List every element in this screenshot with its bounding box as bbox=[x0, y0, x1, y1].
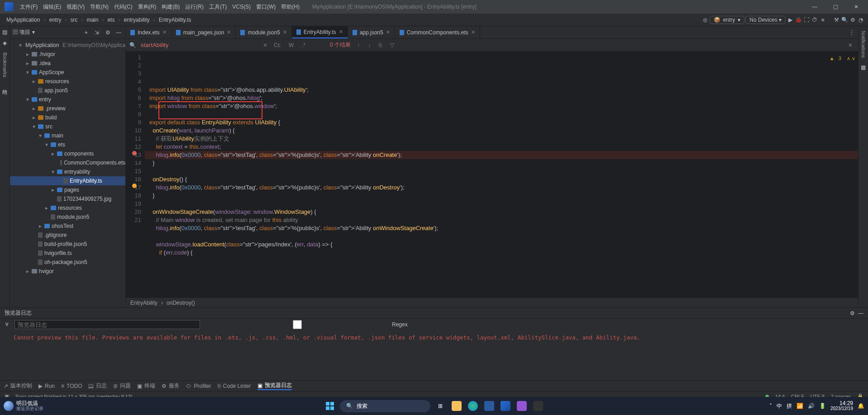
regex-toggle[interactable]: .* bbox=[300, 42, 307, 48]
taskbar-search[interactable]: 🔍 搜索 bbox=[340, 400, 430, 412]
clock[interactable]: 14:29 2023/12/19 bbox=[830, 401, 853, 411]
tree-settings-icon[interactable]: ⚙ bbox=[104, 29, 112, 36]
menu-item[interactable]: 代码(C) bbox=[111, 2, 135, 12]
tool-tab[interactable]: ▣预览器日志 bbox=[258, 382, 292, 390]
device-selector[interactable]: No Devices ▾ bbox=[745, 16, 786, 24]
project-view-selector[interactable]: ▤ 项目 ▾ bbox=[13, 28, 35, 36]
system-tray[interactable]: ˄ 中 拼 📶 🔊 🔋 14:29 2023/12/19 🔔 bbox=[769, 401, 864, 411]
previewer-icon[interactable]: ▦ bbox=[861, 64, 866, 71]
editor-tab[interactable]: CommonComponents.ets✕ bbox=[395, 26, 480, 38]
minimize-button[interactable]: — bbox=[805, 1, 825, 13]
tree-folder[interactable]: ▾entry bbox=[10, 95, 125, 104]
panel-hide-icon[interactable]: — bbox=[858, 310, 863, 316]
task-view-icon[interactable]: ⊞ bbox=[434, 400, 447, 412]
ime-lang[interactable]: 中 bbox=[777, 402, 782, 410]
tool-tab[interactable]: ↗版本控制 bbox=[4, 382, 32, 390]
crumb-class[interactable]: EntryAbility bbox=[130, 300, 157, 306]
words-toggle[interactable]: W bbox=[287, 42, 296, 48]
close-tab-icon[interactable]: ✕ bbox=[471, 29, 475, 35]
tree-file[interactable]: hvigorfile.ts bbox=[10, 249, 125, 258]
close-tab-icon[interactable]: ✕ bbox=[339, 29, 343, 35]
line-gutter[interactable]: 123456789101112131415161718192021 bbox=[126, 52, 145, 297]
edge-icon[interactable] bbox=[467, 400, 479, 412]
next-match-icon[interactable]: ↓ bbox=[366, 42, 372, 48]
tree-folder[interactable]: ▾main bbox=[10, 131, 125, 140]
tool-tab[interactable]: ▣终端 bbox=[137, 382, 155, 390]
tree-folder[interactable]: ▾entryability bbox=[10, 167, 125, 176]
filter-icon[interactable]: ▽ bbox=[388, 42, 396, 48]
select-open-file-icon[interactable]: ⌖ bbox=[82, 29, 90, 36]
tree-folder[interactable]: ▸hvigor bbox=[10, 267, 125, 276]
tool-tab[interactable]: ≡TODO bbox=[61, 383, 82, 389]
commit-tool-icon[interactable]: ◈ bbox=[3, 40, 7, 46]
module-selector[interactable]: 📦 entry ▾ bbox=[710, 16, 745, 24]
stop-icon[interactable]: ■ bbox=[819, 16, 826, 24]
breadcrumb-item[interactable]: EntryAbility.ts bbox=[156, 16, 194, 24]
tool-tab[interactable]: ▶Run bbox=[38, 383, 55, 389]
hide-panel-icon[interactable]: — bbox=[114, 29, 123, 36]
menu-item[interactable]: 工具(T) bbox=[206, 2, 229, 12]
code-editor[interactable]: ▲ 3 ∧ ∨ import UIAbility from class="str… bbox=[145, 52, 858, 297]
explorer-icon[interactable] bbox=[450, 400, 463, 412]
editor-tab[interactable]: EntryAbility.ts✕ bbox=[292, 26, 348, 38]
tree-file[interactable]: .gitignore bbox=[10, 231, 125, 240]
close-button[interactable]: ✕ bbox=[846, 1, 866, 13]
tool-tab[interactable]: ⏲Profiler bbox=[186, 383, 211, 389]
crumb-method[interactable]: onDestroy() bbox=[167, 300, 195, 306]
volume-icon[interactable]: 🔊 bbox=[808, 403, 815, 409]
breadcrumb-item[interactable]: MyApplication bbox=[4, 16, 43, 24]
store-icon[interactable] bbox=[483, 400, 496, 412]
tree-folder[interactable]: ▸components bbox=[10, 149, 125, 158]
ime-mode[interactable]: 拼 bbox=[787, 402, 792, 410]
tree-folder[interactable]: ▸.preview bbox=[10, 104, 125, 113]
select-all-icon[interactable]: ⎘ bbox=[377, 42, 384, 48]
close-tab-icon[interactable]: ✕ bbox=[227, 29, 231, 35]
tree-folder[interactable]: ▾AppScope bbox=[10, 68, 125, 77]
search-everywhere-icon[interactable]: 🔍 bbox=[841, 16, 848, 24]
inspections-widget[interactable]: ▲ 3 ∧ ∨ bbox=[830, 54, 855, 62]
preview-filter-input[interactable] bbox=[14, 320, 200, 329]
tree-folder[interactable]: ▸resources bbox=[10, 203, 125, 212]
notifications-icon[interactable]: 🔔 bbox=[858, 403, 864, 409]
editor-tab[interactable]: app.json5✕ bbox=[348, 26, 395, 38]
breadcrumb-item[interactable]: ets bbox=[105, 16, 117, 24]
weather-widget[interactable]: 明日低温 接近历史记录 bbox=[4, 401, 43, 411]
tabs-overflow-icon[interactable]: ⋮ bbox=[845, 26, 858, 38]
vs-icon[interactable] bbox=[515, 400, 528, 412]
tree-folder[interactable]: ▸.idea bbox=[10, 59, 125, 68]
editor-tab[interactable]: module.json5✕ bbox=[236, 26, 291, 38]
menu-item[interactable]: 构建(B) bbox=[159, 2, 182, 12]
profile-icon[interactable]: ⏱ bbox=[811, 16, 818, 24]
tree-file[interactable]: 1702344909275.jpg bbox=[10, 194, 125, 203]
menu-item[interactable]: 导航(N) bbox=[87, 2, 111, 12]
menu-item[interactable]: 帮助(H) bbox=[278, 2, 302, 12]
start-button[interactable] bbox=[324, 400, 336, 412]
tool-tab[interactable]: ⊘问题 bbox=[113, 382, 131, 390]
filter-icon[interactable]: ⛛ bbox=[5, 321, 10, 328]
settings-icon[interactable]: ⚙ bbox=[849, 16, 856, 24]
menu-item[interactable]: 编辑(E) bbox=[40, 2, 64, 12]
find-close-icon[interactable]: ✕ bbox=[846, 42, 854, 48]
tree-file[interactable]: oh-package.json5 bbox=[10, 258, 125, 267]
breadcrumb-item[interactable]: entry bbox=[47, 16, 64, 24]
close-tab-icon[interactable]: ✕ bbox=[386, 29, 390, 35]
editor-tab[interactable]: main_pages.json✕ bbox=[172, 26, 236, 38]
find-input[interactable] bbox=[141, 42, 258, 48]
tree-file[interactable]: EntryAbility.ts bbox=[10, 176, 125, 185]
coverage-icon[interactable]: ⛶ bbox=[803, 16, 810, 24]
run-icon[interactable]: ▶ bbox=[787, 16, 794, 24]
close-tab-icon[interactable]: ✕ bbox=[283, 29, 287, 35]
tree-file[interactable]: CommonComponents.ets bbox=[10, 158, 125, 167]
notifications-label[interactable]: Notifications bbox=[861, 29, 866, 60]
close-tab-icon[interactable]: ✕ bbox=[162, 29, 167, 35]
panel-settings-icon[interactable]: ⚙ bbox=[850, 310, 855, 316]
tree-folder[interactable]: ▾MyApplication E:\HarmonyOS\MyApplicatio bbox=[10, 41, 125, 50]
structure-label[interactable]: 结构 bbox=[1, 84, 8, 87]
menu-item[interactable]: 重构(R) bbox=[135, 2, 159, 12]
wifi-icon[interactable]: 📶 bbox=[796, 403, 803, 409]
project-tool-icon[interactable]: ▤ bbox=[2, 29, 7, 35]
breadcrumb-item[interactable]: main bbox=[84, 16, 101, 24]
sync-icon[interactable]: ◎ bbox=[701, 16, 709, 24]
tree-folder[interactable]: ▸.hvigor bbox=[10, 50, 125, 59]
menu-item[interactable]: 视图(V) bbox=[64, 2, 87, 12]
